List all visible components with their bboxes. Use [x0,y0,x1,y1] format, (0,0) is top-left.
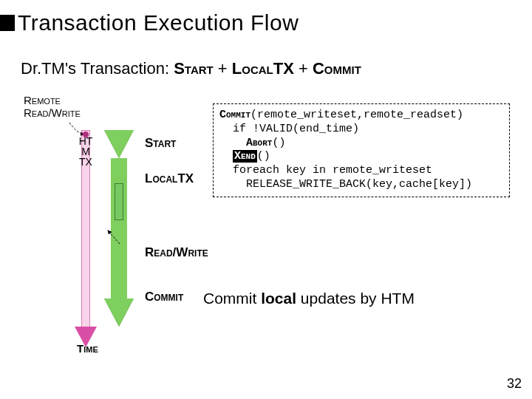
subtitle: Dr.TM's Transaction: Start + LocalTX + C… [21,59,361,78]
subtitle-commit: Commit [313,59,361,78]
code-abort-kw: Abort [246,137,272,149]
commit-pseudocode: Commit(remote_writeset,remote_readset) i… [213,103,510,197]
code-xend-kw: Xend [233,150,257,163]
title-bar: Transaction Execution Flow [0,10,299,35]
commit-note: Commit local updates by HTM [203,290,415,307]
htm-tx-label: HT M TX [74,136,98,167]
phase-start: Start [145,136,176,151]
code-line5: foreach key in remote_writeset [219,164,432,177]
subtitle-localtx: LocalTX [232,59,294,78]
code-abort-rest: () [272,137,285,149]
subtitle-plus2: + [294,59,313,78]
page-title: Transaction Execution Flow [18,10,299,35]
commit-note-bold: local [261,290,296,307]
code-line6: RELEASE_WRITE_BACK(key,cache[key]) [219,178,472,191]
green-triangle-top-icon [104,130,134,158]
phase-localtx: LocalTX [145,171,194,186]
time-axis-label: Time [77,342,98,355]
phase-commit: Commit [145,290,183,304]
green-triangle-bottom-icon [104,299,134,327]
code-line2: if !VALID(end_time) [219,123,359,135]
title-bullet [0,15,15,31]
remote-line1: Remote [24,94,61,106]
inner-arrow-icon [102,226,124,248]
subtitle-start: Start [174,59,214,78]
slide-number: 32 [507,376,522,392]
remote-rw-label: Remote Read/Write [24,95,81,119]
subtitle-plus1: + [214,59,232,78]
code-commit-args: (remote_writeset,remote_readset) [250,109,463,121]
remote-line2: Read/Write [24,106,81,119]
code-commit-kw: Commit [219,109,250,121]
commit-note-suffix: updates by HTM [296,290,415,307]
subtitle-prefix: Dr.TM's Transaction: [21,59,174,78]
commit-note-prefix: Commit [203,290,261,307]
timeline-diagram: Remote Read/Write HT M TX Start LocalTX … [24,95,186,361]
phase-readwrite: Read/Write [145,245,208,260]
code-xend-rest: () [257,150,270,163]
green-rail-inner [115,183,123,220]
